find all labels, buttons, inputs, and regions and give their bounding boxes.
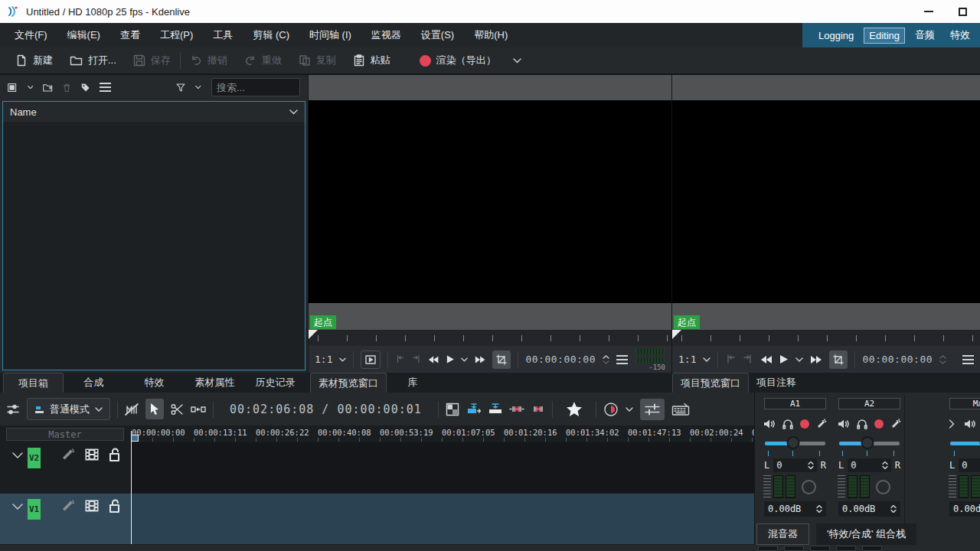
menu-project[interactable]: 工程(P) — [150, 23, 203, 47]
delete-icon[interactable] — [63, 82, 71, 93]
record-icon[interactable] — [603, 402, 619, 417]
zoom-level[interactable]: 1:1 — [678, 354, 696, 365]
menu-tools[interactable]: 工具 — [203, 23, 243, 47]
add-clip-icon[interactable] — [8, 82, 18, 93]
track-lock-icon[interactable] — [109, 499, 121, 514]
search-input[interactable] — [211, 78, 300, 96]
workspace-effects[interactable]: 特效 — [945, 26, 975, 44]
zone-mode-button[interactable] — [492, 350, 511, 369]
monitor-menu-icon[interactable] — [616, 355, 628, 364]
workspace-editing[interactable]: Editing — [864, 28, 905, 44]
maximize-button[interactable] — [946, 0, 980, 23]
audio-mixer-toggle[interactable] — [640, 399, 665, 420]
volume-slider[interactable] — [950, 435, 980, 451]
monitor-overlay-button[interactable] — [361, 350, 381, 369]
copy-button[interactable]: 复制 — [291, 50, 344, 71]
solo-headphones-icon[interactable] — [782, 419, 793, 429]
bin-column-header[interactable]: Name — [3, 102, 305, 123]
render-dropdown[interactable] — [505, 54, 529, 67]
lift-zone-icon[interactable] — [531, 404, 545, 414]
timeline-timecode[interactable]: 00:02:06:08 / 00:00:00:01 — [220, 403, 431, 416]
playhead[interactable] — [131, 431, 132, 544]
tab-project-monitor[interactable]: 项目预览窗口 — [672, 373, 749, 393]
zoom-level[interactable]: 1:1 — [315, 354, 332, 365]
monitor-menu-icon[interactable] — [962, 355, 974, 364]
redo-button[interactable]: 重做 — [237, 50, 289, 71]
create-folder-icon[interactable] — [43, 82, 53, 93]
channel-name[interactable]: Master — [949, 398, 980, 409]
filter-icon[interactable] — [176, 82, 185, 93]
forward-icon[interactable] — [810, 355, 822, 364]
track-tag-v1[interactable]: V1 — [28, 499, 41, 520]
effects-wand-icon[interactable] — [816, 419, 827, 429]
zone-out-icon[interactable] — [412, 354, 421, 364]
gain-spinbox[interactable]: 0.00dB — [949, 501, 980, 517]
tab-clip-properties[interactable]: 素材属性 — [185, 373, 245, 393]
track-header-v1[interactable]: V1 — [0, 494, 130, 544]
rewind-icon[interactable] — [760, 355, 773, 364]
pan-spinbox[interactable]: 0 — [848, 458, 891, 472]
edit-mode-dropdown[interactable]: 普通模式 — [27, 398, 110, 420]
forward-icon[interactable] — [475, 355, 485, 364]
render-button[interactable]: 渲染（导出） — [412, 50, 504, 71]
timecode-spinner[interactable] — [603, 355, 609, 364]
menu-view[interactable]: 查看 — [110, 23, 150, 47]
zone-in-icon[interactable] — [725, 354, 736, 364]
tab-compositions[interactable]: 合成 — [64, 373, 124, 393]
pan-spinbox[interactable]: 0 — [773, 458, 817, 472]
spacer-tool-icon[interactable] — [191, 405, 206, 414]
clip-video-area[interactable] — [309, 100, 671, 303]
gain-spinbox[interactable]: 0.00dB — [764, 501, 826, 517]
track-v2-lane[interactable] — [130, 442, 754, 493]
bin-menu-icon[interactable] — [100, 83, 111, 92]
tab-library[interactable]: 库 — [387, 373, 439, 393]
menu-edit[interactable]: 编辑(E) — [57, 23, 110, 47]
record-arm-icon[interactable] — [800, 419, 809, 429]
track-v1-lane[interactable] — [130, 494, 754, 544]
favorite-effects-icon[interactable] — [566, 401, 583, 417]
timeline-settings-icon[interactable] — [6, 403, 20, 416]
clip-timecode[interactable]: 00:00:00:00 — [525, 354, 596, 365]
menu-clip[interactable]: 剪辑 (C) — [243, 23, 299, 47]
bin-list[interactable]: Name — [2, 101, 305, 370]
collapse-track-icon[interactable] — [12, 452, 23, 458]
slider-knob[interactable] — [787, 436, 800, 449]
mute-icon[interactable] — [964, 419, 976, 429]
track-effects-icon[interactable] — [60, 499, 75, 514]
tag-icon[interactable] — [81, 82, 90, 93]
pan-spinbox[interactable]: 0 — [959, 458, 980, 472]
menu-help[interactable]: 帮助(H) — [464, 23, 518, 47]
filter-dropdown-icon[interactable] — [195, 85, 201, 90]
mute-icon[interactable] — [838, 419, 850, 429]
save-button[interactable]: 保存 — [126, 50, 178, 71]
menu-settings[interactable]: 设置(S) — [411, 23, 464, 47]
add-clip-dropdown-icon[interactable] — [28, 85, 34, 90]
menu-timeline[interactable]: 时间轴 (I) — [299, 23, 361, 47]
mute-icon[interactable] — [763, 419, 776, 429]
project-timecode[interactable]: 00:00:00:00 — [862, 354, 933, 365]
new-button[interactable]: 新建 — [8, 50, 60, 71]
track-effects-icon[interactable] — [60, 448, 75, 462]
channel-name[interactable]: A2 — [838, 398, 900, 409]
play-icon[interactable] — [446, 354, 455, 364]
subtitle-keyboard-icon[interactable] — [671, 403, 690, 416]
zone-in-icon[interactable] — [395, 354, 404, 364]
track-header-v2[interactable]: V2 — [0, 442, 130, 493]
record-arm-icon[interactable] — [874, 419, 884, 429]
project-video-area[interactable] — [672, 100, 980, 303]
volume-slider[interactable] — [765, 435, 825, 451]
tab-project-bin[interactable]: 项目箱 — [3, 373, 64, 393]
rewind-icon[interactable] — [428, 355, 439, 364]
record-dropdown-icon[interactable] — [626, 407, 633, 412]
project-monitor-ruler[interactable] — [672, 330, 980, 346]
track-lock-icon[interactable] — [109, 448, 121, 462]
selection-tool-button[interactable] — [145, 399, 164, 419]
volume-slider[interactable] — [839, 435, 900, 451]
timeline-zone-marker[interactable] — [131, 435, 139, 442]
collapse-track-icon[interactable] — [12, 504, 23, 510]
workspace-logging[interactable]: Logging — [813, 28, 859, 44]
tab-effects[interactable]: 特效 — [124, 373, 185, 393]
zoom-dropdown-icon[interactable] — [339, 357, 346, 362]
play-dropdown-icon[interactable] — [461, 357, 468, 362]
zone-mode-button[interactable] — [829, 350, 848, 369]
